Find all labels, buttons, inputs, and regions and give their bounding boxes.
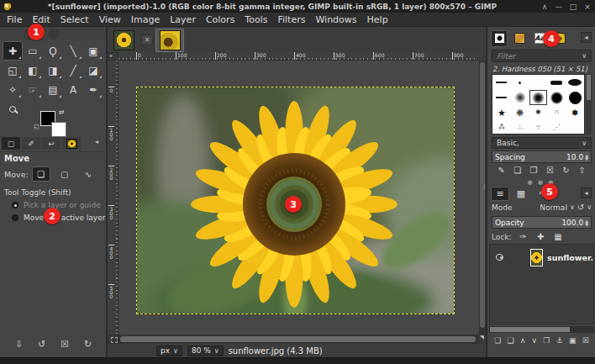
brush-swatch-18[interactable]: ⋰ [547,120,566,135]
minimize-button[interactable]: — [555,3,563,11]
opacity-spinner[interactable]: ▲▼ [585,219,588,226]
scrollbar-thumb[interactable] [587,75,591,100]
brush-swatch-8[interactable] [547,90,566,105]
fuzzy-select-tool-icon[interactable]: ╲ [63,41,83,61]
dockable-menu-arrow-icon[interactable]: ◂ [581,32,592,43]
zoom-tool-icon[interactable] [3,99,23,119]
menu-item-windows[interactable]: Windows [310,13,361,26]
delete-brush-button[interactable]: ☒ [546,166,554,175]
menu-item-help[interactable]: Help [362,13,393,26]
opacity-slider[interactable]: Opacity 100.0 ▲▼ [492,216,592,229]
brush-swatch-4[interactable] [566,75,584,90]
layer-list[interactable]: sunflower. [489,244,594,324]
restore-tool-preset-button[interactable]: ↺ [38,339,45,350]
brush-swatch-0[interactable] [492,75,511,90]
layer-thumbnail[interactable] [530,249,544,266]
horizontal-scrollbar-thumb[interactable] [120,336,476,342]
text-tool-icon[interactable]: A [63,80,83,99]
brush-swatch-2[interactable] [529,75,548,90]
new-layer-group-button[interactable]: ❑ [507,336,513,345]
airbrush-tool-icon[interactable]: ✧ [3,80,23,99]
edit-brush-button[interactable]: ✎ [498,166,504,175]
scrollbar-thumb[interactable] [490,327,570,332]
brush-swatch-3[interactable] [547,75,566,90]
brush-swatch-19[interactable] [566,120,584,135]
image-tab-sunflower[interactable] [109,29,138,52]
dock-splitter-handle[interactable]: ● ● ● [487,179,595,186]
brush-swatch-7[interactable] [529,90,548,105]
anchor-layer-button[interactable]: ⚓ [556,336,563,345]
vertical-scrollbar[interactable] [479,61,486,335]
smudge-tool-icon[interactable]: ☞ [23,80,43,99]
maximize-button[interactable]: □ [569,3,577,11]
swap-colors-icon[interactable]: ⇄ [59,108,65,116]
tab-device-status[interactable]: ✐ [22,137,40,150]
merge-layer-button[interactable]: ▣ [569,336,577,345]
horizontal-ruler[interactable]: 0100200300400500600700800 [118,52,478,61]
save-tool-preset-button[interactable]: ⇩ [15,339,23,350]
lower-layer-button[interactable]: ∨ [532,336,538,345]
menu-item-colors[interactable]: Colors [201,13,240,26]
vertical-scrollbar-thumb[interactable] [480,62,485,328]
zoom-select[interactable]: 80 % ∨ [187,346,224,356]
new-brush-button[interactable]: ❏ [513,166,521,175]
radio-icon[interactable] [12,214,18,221]
shade-window-button[interactable]: ∧ [540,3,549,11]
image-tab-closeup[interactable] [155,29,184,52]
brush-swatch-1[interactable] [511,75,529,90]
close-image-button[interactable]: × [141,34,153,45]
move-selection-mode-icon[interactable]: ▢ [55,166,74,182]
brush-swatch-16[interactable]: ∴ [511,120,529,135]
chevron-down-icon[interactable]: ∨ [587,203,592,211]
menu-item-image[interactable]: Image [126,13,165,26]
move-tool-icon[interactable]: ✚ [3,41,23,61]
menu-item-select[interactable]: Select [55,13,94,26]
rectangle-select-tool-icon[interactable]: ▭ [23,41,43,61]
background-color-swatch[interactable] [51,122,66,137]
dock-resize-handle[interactable]: ⁞ [483,182,485,191]
brush-swatch-15[interactable]: ⁂ [492,120,511,135]
open-brush-as-image-button[interactable]: ⇧ [578,166,585,175]
brush-grid-scrollbar[interactable] [586,74,592,135]
titlebar[interactable]: *[sunflower] (imported)-1.0 (RGB color 8… [0,0,595,13]
radio-icon[interactable] [12,202,18,208]
refresh-brushes-button[interactable]: ↻ [562,166,569,175]
brush-grid[interactable]: ★❋✺⁙✹⁂∴⁘⋰ [492,74,585,135]
tab-patterns[interactable] [511,30,528,47]
ink-tool-icon[interactable]: ✒ [83,80,103,99]
tab-undo-history[interactable]: ↩ [42,137,61,150]
tab-images[interactable] [62,137,81,150]
menu-item-file[interactable]: File [2,13,27,26]
default-colors-icon[interactable]: ◱ [34,124,39,130]
dockable-menu-arrow-icon[interactable]: ◂ [581,187,592,198]
navigation-preview-button[interactable] [479,335,486,344]
tab-layers[interactable]: ≡ [491,187,509,201]
lock-alpha-icon[interactable]: ▦ [554,232,561,241]
tab-tool-options[interactable]: ▢ [2,137,20,150]
quick-mask-toggle-button[interactable] [108,335,118,344]
reset-tool-options-button[interactable]: ↻ [84,339,92,350]
lock-pixels-icon[interactable]: ✑ [520,232,527,241]
delete-layer-button[interactable]: ☒ [582,336,589,345]
ruler-origin-button[interactable] [108,52,118,61]
free-select-tool-icon[interactable]: Ϙ [43,41,63,61]
brush-swatch-12[interactable]: ✺ [529,105,548,120]
duplicate-brush-button[interactable]: ❐ [530,166,538,175]
new-layer-button[interactable]: ❏ [494,336,501,345]
spacing-spinner[interactable]: ▲▼ [585,154,588,161]
tab-channels[interactable]: ▦ [512,187,530,201]
brush-swatch-17[interactable]: ⁘ [529,120,548,135]
raise-layer-button[interactable]: ∧ [520,336,526,345]
menu-item-layer[interactable]: Layer [165,13,201,26]
menu-item-filters[interactable]: Filters [272,13,310,26]
brush-category-select[interactable]: Basic, ∨ [492,137,592,149]
brush-swatch-5[interactable] [492,90,511,105]
delete-tool-preset-button[interactable]: ☒ [61,339,69,350]
vertical-ruler[interactable]: 0100200300400500 [108,61,118,335]
mode-switch-icon[interactable]: ↺ [577,203,584,212]
move-layer-mode-icon[interactable]: ❏ [32,166,50,182]
move-path-mode-icon[interactable]: ∿ [79,166,97,182]
eraser-tool-icon[interactable]: ◪ [83,61,103,80]
brush-swatch-11[interactable]: ❋ [511,105,529,120]
brush-swatch-14[interactable]: ✹ [566,105,584,120]
